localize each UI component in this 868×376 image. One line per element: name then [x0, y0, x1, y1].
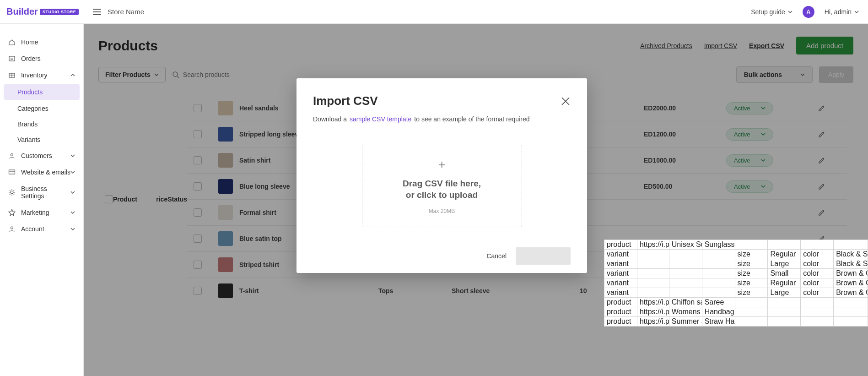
csv-cell: color — [801, 250, 834, 259]
svg-rect-3 — [9, 170, 15, 174]
chevron-down-icon — [70, 210, 75, 215]
csv-cell: variant — [604, 288, 637, 297]
csv-cell — [768, 298, 801, 307]
csv-cell: Brown & G — [834, 269, 868, 278]
nav-icon — [8, 55, 16, 62]
csv-cell: color — [801, 278, 834, 288]
csv-cell — [801, 307, 834, 316]
csv-row: variantsizeRegularcolorBrown & G — [604, 278, 868, 288]
csv-cell — [768, 317, 801, 326]
csv-cell: product — [604, 298, 637, 307]
logo-text: Builder — [6, 6, 38, 17]
dropzone-max: Max 20MB — [429, 208, 455, 214]
csv-cell: variant — [604, 278, 637, 288]
logo[interactable]: Builder STUDIO STORE — [6, 6, 79, 17]
sidebar-item-products[interactable]: Products — [4, 84, 80, 100]
csv-cell — [834, 317, 868, 326]
sidebar-item-account[interactable]: Account — [0, 221, 83, 237]
setup-guide-label: Setup guide — [751, 8, 785, 16]
sidebar-item-categories[interactable]: Categories — [0, 101, 83, 116]
sidebar-item-customers[interactable]: Customers — [0, 147, 83, 164]
csv-row: producthttps://i.pWomens LHandbag — [604, 307, 868, 317]
sidebar-item-home[interactable]: Home — [0, 34, 83, 50]
csv-cell: https://i.p — [637, 317, 669, 326]
modal-header: Import CSV — [313, 94, 571, 108]
csv-cell: color — [801, 288, 834, 297]
sidebar-item-website-emails[interactable]: Website & emails — [0, 164, 83, 180]
csv-cell: product — [604, 240, 637, 249]
csv-cell — [702, 250, 735, 259]
csv-cell — [801, 298, 834, 307]
csv-cell: Regular — [768, 278, 801, 288]
sample-csv-link[interactable]: sample CSV template — [350, 115, 411, 123]
plus-icon: + — [438, 158, 445, 172]
svg-point-5 — [11, 227, 13, 229]
sidebar-item-variants[interactable]: Variants — [0, 132, 83, 147]
greeting-button[interactable]: Hi, admin — [825, 8, 859, 16]
store-name[interactable]: Store Name — [108, 8, 144, 16]
csv-cell: Brown & G — [834, 288, 868, 297]
sidebar-item-orders[interactable]: Orders — [0, 50, 83, 67]
csv-cell — [702, 259, 735, 268]
csv-cell: Brown & G — [834, 278, 868, 288]
csv-cell: size — [735, 250, 768, 259]
csv-cell: Black & Si — [834, 259, 868, 268]
chevron-up-icon — [70, 73, 75, 77]
chevron-down-icon — [70, 227, 75, 231]
csv-cell — [637, 278, 669, 288]
topbar: Builder STUDIO STORE Store Name Setup gu… — [0, 0, 868, 24]
csv-cell: Chiffon sa — [669, 298, 702, 307]
sidebar-item-brands[interactable]: Brands — [0, 116, 83, 132]
csv-cell: Handbag — [702, 307, 735, 316]
csv-cell: variant — [604, 259, 637, 268]
csv-row: variantsizeLargecolorBrown & G — [604, 288, 868, 298]
main-content: Products Archived Products Import CSV Ex… — [84, 24, 868, 376]
chevron-down-icon — [70, 190, 75, 195]
setup-guide-button[interactable]: Setup guide — [751, 8, 793, 16]
sidebar-item-business-settings[interactable]: Business Settings — [0, 180, 83, 204]
csv-cell: Summer S — [669, 317, 702, 326]
csv-cell — [834, 307, 868, 316]
csv-cell — [702, 278, 735, 288]
nav-icon — [8, 71, 16, 79]
chevron-down-icon — [70, 170, 75, 174]
csv-cell: Large — [768, 259, 801, 268]
csv-cell — [669, 288, 702, 297]
modal-footer: Cancel — [313, 227, 571, 273]
csv-cell: https://i.p — [637, 307, 669, 316]
csv-cell — [669, 269, 702, 278]
hamburger-icon[interactable] — [93, 9, 101, 15]
csv-cell: size — [735, 278, 768, 288]
csv-cell — [735, 298, 768, 307]
upload-button[interactable] — [516, 247, 571, 265]
sidebar-item-marketing[interactable]: Marketing — [0, 204, 83, 221]
csv-row: producthttps://i.pChiffon saSaree — [604, 298, 868, 307]
csv-cell: product — [604, 307, 637, 316]
csv-cell: size — [735, 288, 768, 297]
csv-cell — [735, 240, 768, 249]
csv-cell — [637, 259, 669, 268]
sidebar: HomeOrdersInventoryProductsCategoriesBra… — [0, 24, 84, 376]
dropzone[interactable]: + Drag CSV file here, or click to upload… — [362, 145, 522, 227]
csv-cell — [801, 240, 834, 249]
close-icon[interactable] — [561, 96, 571, 106]
svg-rect-0 — [9, 56, 15, 61]
cancel-button[interactable]: Cancel — [486, 252, 507, 260]
csv-cell: Black & Si — [834, 250, 868, 259]
nav-icon — [8, 169, 16, 176]
sidebar-item-inventory[interactable]: Inventory — [0, 67, 83, 83]
nav-icon — [8, 225, 16, 233]
csv-cell: Saree — [702, 298, 735, 307]
csv-cell — [834, 240, 868, 249]
csv-cell — [669, 259, 702, 268]
csv-cell — [669, 250, 702, 259]
csv-cell — [735, 307, 768, 316]
svg-point-2 — [11, 154, 13, 156]
csv-row: variantsizeRegularcolorBlack & Si — [604, 250, 868, 259]
modal-description: Download a sample CSV template to see an… — [313, 115, 571, 123]
csv-cell: Regular — [768, 250, 801, 259]
csv-cell: size — [735, 259, 768, 268]
csv-cell — [834, 298, 868, 307]
nav-icon — [8, 38, 16, 46]
avatar[interactable]: A — [803, 6, 814, 18]
